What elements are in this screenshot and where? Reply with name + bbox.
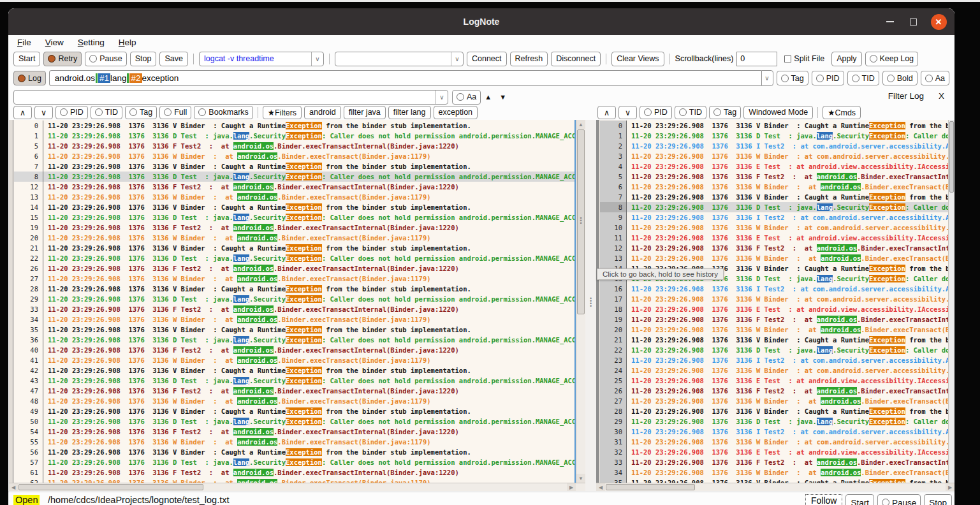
log-row[interactable]: 2211-20 23:29:26.908 1376 3136 D Test : … (14, 253, 574, 263)
left-tid-toggle[interactable]: TID (91, 106, 122, 119)
filter-log-close-button[interactable]: X (939, 91, 944, 101)
left-bookmarks-toggle[interactable]: Bookmarks (194, 106, 253, 119)
log-row[interactable]: 211-20 23:29:26.908 1376 3136 I Test2 : … (600, 141, 948, 151)
cmds-button[interactable]: ★Cmds (823, 106, 861, 119)
log-row[interactable]: 3011-20 23:29:26.908 1376 3136 I Test2 :… (600, 427, 948, 437)
left-scroll-top-button[interactable]: ∧ (13, 106, 32, 119)
log-row[interactable]: 4811-20 23:29:26.908 1376 3136 W Binder … (14, 396, 574, 406)
log-row[interactable]: 911-20 23:29:26.908 1376 3136 I Test2 : … (600, 212, 948, 223)
log-row[interactable]: 5711-20 23:29:26.908 1376 3136 D Test : … (14, 457, 574, 467)
log-row[interactable]: 1211-20 23:29:26.908 1376 3136 F Test2 :… (600, 243, 948, 253)
log-row[interactable]: 2411-20 23:29:26.908 1376 3136 W Binder … (600, 365, 948, 376)
log-filter-input[interactable]: android.os#1lang#2exception (49, 70, 761, 86)
log-row[interactable]: 1311-20 23:29:26.908 1376 3136 W Binder … (600, 253, 948, 263)
log-row[interactable]: 711-20 23:29:26.908 1376 3136 V Binder :… (14, 161, 574, 172)
log-row[interactable]: 1611-20 23:29:26.908 1376 3136 I Test2 :… (600, 284, 948, 294)
log-row[interactable]: 2911-20 23:29:26.908 1376 3136 D Test : … (14, 294, 574, 304)
left-full-toggle[interactable]: Full (159, 106, 191, 119)
full-log-pane[interactable]: 011-20 23:29:26.908 1376 3136 V Binder :… (596, 120, 954, 491)
log-row[interactable]: 1211-20 23:29:26.908 1376 3136 F Test2 :… (14, 182, 574, 192)
quick-filter-exception[interactable]: exception (434, 106, 478, 119)
windowed-mode-button[interactable]: Windowed Mode (743, 106, 813, 119)
scroll-right-arrow-icon[interactable]: ▶ (567, 483, 576, 491)
log-row[interactable]: 3311-20 23:29:26.908 1376 3136 F Test2 :… (600, 457, 948, 467)
search-up-button[interactable]: ▲ (481, 93, 495, 101)
scroll-left-arrow-icon[interactable]: ◀ (9, 483, 18, 491)
left-horizontal-scrollbar[interactable]: ◀ ▶ (9, 483, 585, 491)
log-row[interactable]: 511-20 23:29:26.908 1376 3136 F Test2 : … (14, 141, 574, 151)
right-scroll-bottom-button[interactable]: ∨ (618, 106, 637, 119)
log-row[interactable]: 3511-20 23:29:26.908 1376 3136 V Binder … (14, 325, 574, 335)
bold-option-radio[interactable]: Bold (882, 71, 918, 85)
log-row[interactable]: 2011-20 23:29:26.908 1376 3136 W Binder … (600, 325, 948, 335)
log-row[interactable]: 511-20 23:29:26.908 1376 3136 F Test2 : … (600, 172, 948, 182)
scrollback-input[interactable] (736, 52, 777, 66)
log-row[interactable]: 2811-20 23:29:26.908 1376 3136 V Binder … (14, 284, 574, 294)
right-pid-toggle[interactable]: PID (640, 106, 672, 119)
left-vertical-scrollbar[interactable]: ▲ ••• ▼ (576, 120, 585, 483)
follow-toggle[interactable]: Follow (805, 494, 842, 505)
log-row[interactable]: 2711-20 23:29:26.908 1376 3136 W Binder … (600, 396, 948, 406)
pane-splitter[interactable]: •••• (585, 120, 596, 491)
stop-button[interactable]: Stop (130, 52, 157, 66)
retry-radio[interactable]: Retry (43, 52, 82, 66)
right-tid-toggle[interactable]: TID (675, 106, 706, 119)
title-bar[interactable]: LogNote ✕ (8, 8, 954, 35)
log-row[interactable]: 611-20 23:29:26.908 1376 3136 W Binder :… (600, 182, 948, 192)
log-row[interactable]: 711-20 23:29:26.908 1376 3136 V Binder :… (600, 192, 948, 202)
chevron-down-icon[interactable]: ∨ (761, 70, 773, 86)
save-button[interactable]: Save (159, 52, 188, 66)
keep-log-radio[interactable]: Keep Log (865, 52, 919, 66)
log-row[interactable]: 1511-20 23:29:26.908 1376 3136 D Test : … (14, 212, 574, 223)
log-row[interactable]: 3111-20 23:29:26.908 1376 3136 W Binder … (600, 437, 948, 447)
close-button[interactable]: ✕ (929, 8, 948, 35)
log-row[interactable]: 1011-20 23:29:26.908 1376 3136 W Binder … (600, 223, 948, 233)
clear-views-button[interactable]: Clear Views (611, 52, 664, 66)
right-tag-toggle[interactable]: Tag (709, 106, 741, 119)
log-row[interactable]: 3211-20 23:29:26.908 1376 3136 E Test : … (600, 447, 948, 457)
left-tag-toggle[interactable]: Tag (125, 106, 157, 119)
log-row[interactable]: 3311-20 23:29:26.908 1376 3136 F Test2 :… (14, 304, 574, 314)
log-row[interactable]: 2311-20 23:29:26.908 1376 3136 I Test2 :… (600, 355, 948, 365)
left-hscroll-thumb[interactable] (18, 484, 203, 490)
status-pause-radio[interactable]: Pause (877, 494, 921, 505)
log-row[interactable]: 2211-20 23:29:26.908 1376 3136 D Test : … (600, 345, 948, 355)
tid-option-radio[interactable]: TID (847, 71, 879, 85)
maximize-button[interactable] (905, 8, 921, 35)
log-row[interactable]: 5511-20 23:29:26.908 1376 3136 W Binder … (14, 437, 574, 447)
right-hscroll-thumb[interactable] (606, 484, 695, 490)
search-combo[interactable]: ∨ (13, 90, 448, 105)
log-filter-radio[interactable]: Log (13, 71, 46, 85)
menu-help[interactable]: Help (119, 38, 136, 47)
right-vscroll-thumb[interactable] (949, 121, 954, 193)
log-row[interactable]: 611-20 23:29:26.908 1376 3136 W Binder :… (14, 151, 574, 161)
log-row[interactable]: 4311-20 23:29:26.908 1376 3136 D Test : … (14, 376, 574, 386)
log-row[interactable]: 4211-20 23:29:26.908 1376 3136 V Binder … (14, 365, 574, 376)
filtered-log-pane[interactable]: 011-20 23:29:26.908 1376 3136 V Binder :… (9, 120, 585, 491)
start-button[interactable]: Start (13, 52, 40, 66)
log-row[interactable]: 311-20 23:29:26.908 1376 3136 W Binder :… (600, 151, 948, 161)
log-row[interactable]: 011-20 23:29:26.908 1376 3136 V Binder :… (600, 121, 948, 131)
log-row[interactable]: 4711-20 23:29:26.908 1376 3136 F Test2 :… (14, 386, 574, 396)
log-row[interactable]: 3411-20 23:29:26.908 1376 3136 W Binder … (14, 314, 574, 325)
log-row[interactable]: 2911-20 23:29:26.908 1376 3136 D Test : … (600, 416, 948, 427)
device-combo[interactable]: ∨ (335, 52, 464, 66)
tag-option-radio[interactable]: Tag (777, 71, 808, 85)
log-row[interactable]: 3411-20 23:29:26.908 1376 3136 W Binder … (600, 467, 948, 478)
aa-option-radio[interactable]: Aa (921, 71, 949, 85)
log-row[interactable]: 4911-20 23:29:26.908 1376 3136 V Binder … (14, 406, 574, 416)
log-row[interactable]: 2811-20 23:29:26.908 1376 3136 V Binder … (600, 406, 948, 416)
log-row[interactable]: 1911-20 23:29:26.908 1376 3136 F Test2 :… (600, 314, 948, 325)
log-row[interactable]: 2111-20 23:29:26.908 1376 3136 V Binder … (600, 335, 948, 345)
log-row[interactable]: 811-20 23:29:26.908 1376 3136 D Test : j… (14, 172, 574, 182)
scroll-down-arrow-icon[interactable]: ▼ (576, 474, 585, 483)
connect-button[interactable]: Connect (467, 52, 507, 66)
status-stop-button[interactable]: Stop (924, 494, 952, 505)
menu-view[interactable]: View (45, 38, 64, 47)
log-row[interactable]: 2111-20 23:29:26.908 1376 3136 V Binder … (14, 243, 574, 253)
scroll-right-arrow-icon[interactable]: ▶ (946, 483, 954, 491)
log-row[interactable]: 1911-20 23:29:26.908 1376 3136 F Test2 :… (14, 223, 574, 233)
pid-option-radio[interactable]: PID (812, 71, 844, 85)
quick-filter-java[interactable]: filter java (344, 106, 386, 119)
log-row[interactable]: 1711-20 23:29:26.908 1376 3136 W Binder … (600, 294, 948, 304)
